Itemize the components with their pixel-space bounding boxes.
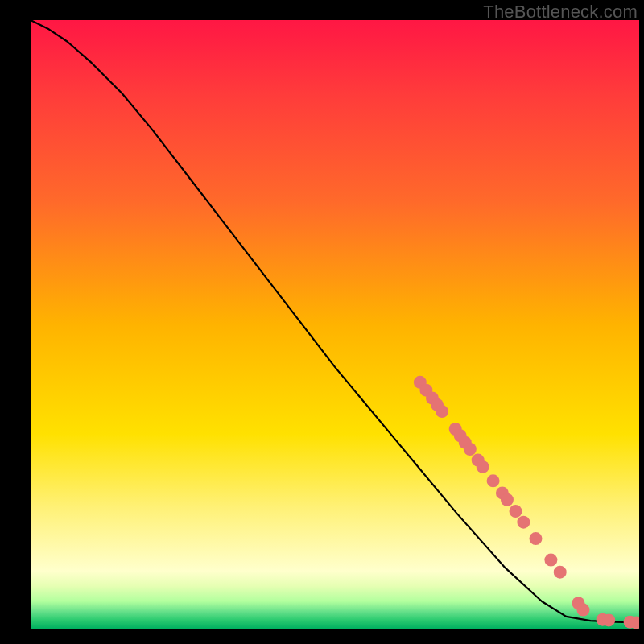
data-point <box>576 604 589 617</box>
data-point <box>477 460 489 473</box>
plot-area <box>31 20 639 629</box>
chart-svg <box>31 20 639 629</box>
data-point <box>501 493 514 506</box>
data-point <box>554 566 567 579</box>
data-point <box>517 516 530 529</box>
data-point <box>436 405 448 418</box>
data-point <box>464 443 477 456</box>
data-point <box>510 505 522 518</box>
data-point <box>602 613 615 626</box>
data-point <box>487 474 500 487</box>
data-point <box>544 554 557 567</box>
watermark-label: TheBottleneck.com <box>483 2 638 23</box>
gradient-bg <box>31 20 639 629</box>
chart-frame: TheBottleneck.com <box>0 0 644 644</box>
data-point <box>529 532 542 545</box>
